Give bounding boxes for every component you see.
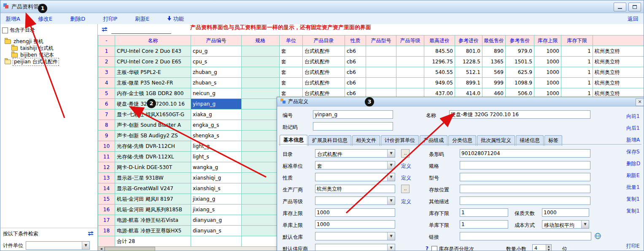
table-cell[interactable]: wangka_g — [191, 162, 242, 173]
table-cell[interactable] — [242, 215, 280, 226]
table-cell[interactable]: light_g — [191, 141, 242, 152]
dialog-side-button[interactable]: 复制1 — [626, 196, 640, 203]
table-cell[interactable]: engka_g_s — [191, 120, 242, 131]
catalog-browse-button[interactable]: .. — [401, 149, 410, 158]
tree-item[interactable]: zhengji 整机 — [0, 38, 97, 45]
table-cell[interactable] — [242, 183, 280, 194]
table-cell[interactable]: 625.9 — [506, 67, 534, 78]
table-cell[interactable]: 套 — [280, 57, 303, 67]
table-cell[interactable]: cpu_s — [191, 57, 242, 67]
grade-select[interactable]: ▼ — [315, 196, 395, 205]
define-nature-link[interactable]: 定义 — [401, 175, 411, 182]
column-header[interactable]: 规格 — [242, 35, 280, 46]
table-cell[interactable]: cb6 — [345, 67, 366, 78]
table-cell[interactable]: xiaka_g — [191, 109, 242, 120]
column-header[interactable]: 库存下限 — [561, 35, 593, 46]
table-cell[interactable]: 主板-微星 P35 Neo2-FR — [115, 78, 191, 88]
table-cell[interactable] — [242, 57, 280, 67]
table-cell[interactable]: 杭州奥立特 — [593, 67, 644, 78]
table-cell[interactable]: 内存-金士顿 1GB DDR2 800 — [115, 88, 191, 99]
scroll-left-icon[interactable]: ◀ — [98, 247, 105, 251]
table-cell[interactable]: 899.1 — [455, 78, 482, 88]
dialog-titlebar[interactable]: 产品定义 × — [277, 97, 644, 106]
table-cell[interactable]: 显示器-三星 931BW — [115, 173, 191, 183]
column-header[interactable]: 最低售价 — [482, 35, 506, 46]
unit-filter-select[interactable]: ▼ — [26, 241, 90, 250]
nature-select[interactable]: ▼ — [315, 173, 395, 181]
minimize-button[interactable] — [614, 3, 626, 11]
table-cell[interactable]: 12 — [98, 162, 115, 173]
table-cell[interactable]: 3 — [98, 67, 115, 78]
swap-icon[interactable] — [101, 27, 108, 33]
dialog-side-button[interactable]: 打印E — [626, 243, 640, 250]
table-cell[interactable] — [242, 141, 280, 152]
table-cell[interactable]: 1 — [561, 78, 593, 88]
table-cell[interactable]: 杭州奥立特 — [593, 46, 644, 57]
table-cell[interactable] — [242, 99, 280, 109]
toolbar-button[interactable]: 刷新E — [132, 14, 153, 24]
table-cell[interactable]: 4 — [98, 78, 115, 88]
table-cell[interactable]: cb6 — [345, 46, 366, 57]
table-cell[interactable]: 台式机配件 — [303, 46, 345, 57]
table-cell[interactable]: 台式机配件 — [303, 57, 345, 67]
table-cell[interactable]: 1000 — [534, 46, 561, 57]
swap-icon[interactable] — [87, 231, 94, 237]
table-cell[interactable]: 6 — [98, 99, 115, 109]
table-cell[interactable]: 杭州奥立特 — [593, 57, 644, 67]
globe-icon[interactable] — [595, 233, 601, 240]
column-header[interactable]: 名称 — [115, 35, 191, 46]
table-cell[interactable] — [366, 46, 396, 57]
table-cell[interactable]: neicun_g — [191, 88, 242, 99]
spin-down-icon[interactable]: ▼ — [546, 248, 551, 251]
model-input[interactable] — [460, 173, 590, 181]
table-cell[interactable]: 1296.75 — [424, 57, 455, 67]
mnemonic-input[interactable] — [313, 122, 393, 131]
table-cell[interactable]: 890 — [482, 46, 506, 57]
dialog-side-button[interactable]: 保存S — [626, 148, 640, 156]
table-cell[interactable]: light_s — [191, 152, 242, 162]
table-cell[interactable]: xianshiqi_g — [191, 173, 242, 183]
table-cell[interactable] — [242, 131, 280, 141]
table-cell[interactable]: 13 — [98, 173, 115, 183]
table-cell[interactable] — [242, 194, 280, 205]
column-header[interactable]: 产品等级 — [396, 35, 424, 46]
table-cell[interactable] — [242, 78, 280, 88]
table-cell[interactable]: 1501.5 — [506, 57, 534, 67]
table-cell[interactable]: 7 — [98, 109, 115, 120]
table-cell[interactable]: 显卡-七彩虹 镭风X1650GT-G — [115, 109, 191, 120]
table-cell[interactable]: 9 — [98, 131, 115, 141]
table-cell[interactable]: cb6 — [345, 78, 366, 88]
table-cell[interactable] — [396, 46, 424, 57]
table-cell[interactable]: 机箱-金河田 飓风系列8185B — [115, 205, 191, 215]
table-cell[interactable] — [242, 88, 280, 99]
column-header[interactable]: 性质 — [345, 35, 366, 46]
table-cell[interactable]: 845.50 — [424, 46, 455, 57]
default-warehouse-select[interactable]: ▼ — [315, 232, 395, 240]
table-cell[interactable]: 18 — [98, 226, 115, 236]
location-input[interactable] — [460, 185, 590, 193]
maximize-button[interactable] — [628, 3, 641, 11]
code-input[interactable] — [313, 110, 393, 119]
table-cell[interactable]: 光存储-先锋 DVR-112CH — [115, 141, 191, 152]
manufacturer-input[interactable] — [315, 185, 395, 193]
define-unit-link[interactable]: 定义 — [401, 163, 411, 170]
table-cell[interactable]: 1 — [561, 46, 593, 57]
default-supplier-select[interactable]: ▼ — [315, 244, 395, 251]
table-cell[interactable]: jixiang_g — [191, 194, 242, 205]
table-cell[interactable]: yinpan_g — [191, 99, 242, 109]
tree-item[interactable]: taishiji 台式机 — [0, 45, 97, 52]
checkbox-icon[interactable] — [2, 27, 8, 33]
table-cell[interactable]: dianyuan_s — [191, 226, 242, 236]
table-cell[interactable]: 10 — [98, 141, 115, 152]
dialog-side-button[interactable]: 新增A — [626, 136, 640, 144]
column-header[interactable]: 产品型号 — [366, 35, 396, 46]
toolbar-button[interactable]: 删除D — [67, 14, 89, 24]
table-cell[interactable]: CPU-Intel Core 2 Duo E65 — [115, 57, 191, 67]
help-icon[interactable]: ? — [426, 246, 428, 251]
table-cell[interactable]: 光存储-先锋 DVR-112XL — [115, 152, 191, 162]
table-cell[interactable]: 512.1 — [455, 67, 482, 78]
table-cell[interactable] — [366, 78, 396, 88]
toolbar-button[interactable]: 功能 — [164, 14, 187, 24]
table-cell[interactable]: 台式机配件 — [303, 67, 345, 78]
table-cell[interactable]: 电源-航嘉 冷静王至尊版HX5 — [115, 226, 191, 236]
